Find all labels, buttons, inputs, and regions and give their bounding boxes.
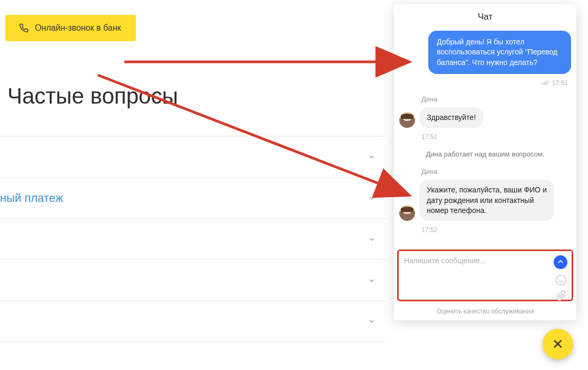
chevron-down-icon bbox=[368, 153, 375, 161]
agent-message-row: Укажите, пожалуйста, ваши ФИО и дату рож… bbox=[399, 180, 571, 221]
online-call-button[interactable]: Онлайн-звонок в банк bbox=[5, 15, 136, 41]
faq-item-label: ный платеж bbox=[0, 191, 63, 205]
agent-message-bubble: Здравствуйте! bbox=[419, 107, 483, 128]
main-content: Онлайн-звонок в банк Частые вопросы ный … bbox=[0, 0, 386, 370]
chevron-down-icon bbox=[368, 195, 375, 202]
emoji-icon[interactable] bbox=[555, 274, 567, 286]
agent-message-bubble: Укажите, пожалуйста, ваши ФИО и дату рож… bbox=[419, 180, 554, 221]
agent-message-time: 17:51 bbox=[399, 131, 571, 143]
faq-item[interactable] bbox=[0, 260, 386, 301]
chevron-down-icon bbox=[368, 318, 375, 325]
agent-message-row: Здравствуйте! bbox=[399, 107, 571, 128]
message-input[interactable] bbox=[399, 251, 572, 270]
chat-input-area bbox=[397, 249, 573, 301]
chat-title: Чат bbox=[394, 4, 576, 29]
phone-icon bbox=[19, 23, 29, 33]
faq-list: ный платеж bbox=[0, 136, 386, 342]
agent-avatar bbox=[399, 205, 415, 221]
read-checks-icon bbox=[541, 80, 550, 86]
chat-messages: Добрый день! Я бы хотел воспользоваться … bbox=[394, 29, 576, 246]
rate-service-link[interactable]: Оценить качество обслуживания bbox=[394, 303, 576, 320]
faq-item[interactable]: ный платеж bbox=[0, 177, 386, 218]
faq-heading: Частые вопросы bbox=[7, 84, 178, 109]
chat-widget: Чат Добрый день! Я бы хотел воспользоват… bbox=[394, 4, 576, 320]
user-message-row: Добрый день! Я бы хотел воспользоваться … bbox=[399, 31, 571, 74]
user-message-meta: 17:51 bbox=[399, 79, 568, 87]
agent-avatar bbox=[399, 112, 415, 128]
call-button-label: Онлайн-звонок в банк bbox=[35, 23, 121, 32]
faq-item[interactable] bbox=[0, 218, 386, 260]
chevron-down-icon bbox=[368, 277, 375, 284]
agent-message-time: 17:52 bbox=[399, 224, 571, 236]
send-button[interactable] bbox=[554, 255, 567, 269]
chevron-down-icon bbox=[368, 236, 375, 243]
agent-name: Дина bbox=[399, 165, 571, 177]
svg-point-0 bbox=[556, 275, 566, 285]
close-icon: ✕ bbox=[552, 336, 564, 353]
agent-name: Дина bbox=[399, 93, 571, 104]
attachment-icon[interactable] bbox=[555, 289, 567, 301]
faq-item[interactable] bbox=[0, 301, 386, 342]
close-chat-button[interactable]: ✕ bbox=[543, 329, 573, 359]
faq-item[interactable] bbox=[0, 136, 386, 177]
system-notice: Дина работает над вашим вопросом. bbox=[399, 146, 571, 162]
user-message-bubble: Добрый день! Я бы хотел воспользоваться … bbox=[428, 31, 571, 74]
user-message-time: 17:51 bbox=[552, 79, 568, 87]
